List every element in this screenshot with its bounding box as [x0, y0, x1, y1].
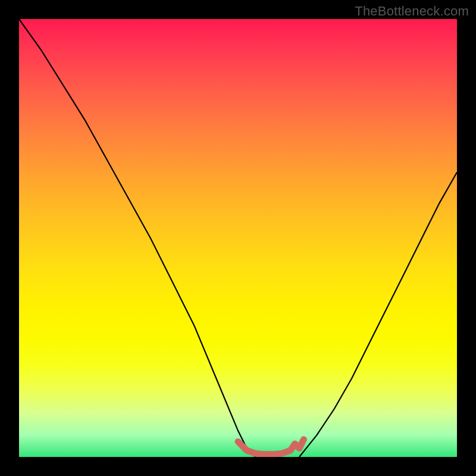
attribution-text: TheBottleneck.com — [355, 4, 469, 19]
chart-plot-area — [19, 19, 457, 457]
curve-right — [299, 173, 457, 457]
optimum-marker — [238, 440, 303, 455]
chart-curves-svg — [19, 19, 457, 457]
curve-left — [19, 19, 255, 457]
